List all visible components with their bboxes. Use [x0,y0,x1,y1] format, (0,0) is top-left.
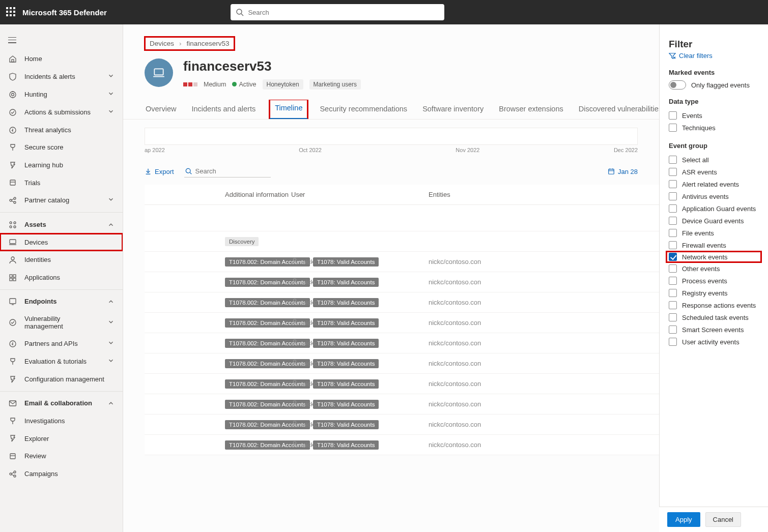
sidebar-item[interactable]: Threat analytics [0,121,123,139]
tab-browser extensions[interactable]: Browser extensions [498,100,564,119]
svg-point-13 [14,197,16,199]
export-button[interactable]: Export [145,168,174,175]
filter-checkbox-row[interactable]: Select all [669,154,759,166]
sidebar-item[interactable]: Learning hub [0,156,123,174]
checkbox[interactable] [669,168,677,176]
timeline-search-input[interactable] [195,167,257,175]
tab-software inventory[interactable]: Software inventory [421,100,485,119]
filter-checkbox-row[interactable]: Registry events [669,287,759,299]
filter-panel: Filter Clear filters Marked events Only … [659,24,768,532]
tab-security recommendations[interactable]: Security recommendations [319,100,408,119]
filter-checkbox-row[interactable]: Response actions events [669,299,759,311]
table-row[interactable]: T1078.002: Domain Accounts T1078: Valid … [145,333,659,353]
tab-timeline[interactable]: Timeline [270,100,307,119]
sidebar-item[interactable]: Hunting [0,85,123,103]
sidebar-item-label: Threat analytics [24,126,71,134]
checkbox[interactable] [669,229,677,237]
timeline-chart[interactable] [145,128,638,145]
sidebar-item[interactable]: Incidents & alerts [0,68,123,85]
table-row[interactable]: T1078.002: Domain Accounts T1078: Valid … [145,415,659,435]
sidebar-section-assets[interactable]: Assets [0,216,123,233]
table-row[interactable]: T1078.002: Domain Accounts T1078: Valid … [145,313,659,333]
sidebar-item[interactable]: Applications [0,269,123,286]
flagged-events-toggle[interactable] [669,80,686,90]
checkbox[interactable] [669,253,677,261]
checkbox[interactable] [669,204,677,213]
filter-checkbox-row[interactable]: Device Guard events [669,215,759,227]
checkbox[interactable] [669,289,677,297]
table-row[interactable]: T1078.002: Domain Accounts T1078: Valid … [145,435,659,455]
svg-point-12 [10,199,12,201]
filter-footer: Apply Cancel [659,507,768,532]
sidebar-item[interactable]: Secure score [0,139,123,157]
filter-checkbox-row[interactable]: Antivirus events [669,190,759,202]
checkbox[interactable] [669,124,677,132]
checkbox[interactable] [669,241,677,249]
cancel-button[interactable]: Cancel [705,512,741,527]
sidebar-item[interactable]: Investigations [0,412,123,430]
checkbox[interactable] [669,217,677,225]
risk-label: Medium [204,81,226,88]
filter-checkbox-row[interactable]: Application Guard events [669,202,759,215]
filter-checkbox-row[interactable]: Events [669,109,759,122]
checkbox[interactable] [669,264,677,273]
table-row[interactable]: T1078.002: Domain Accounts T1078: Valid … [145,353,659,374]
table-row[interactable]: T1078.002: Domain Accounts T1078: Valid … [145,292,659,313]
filter-checkbox-row[interactable]: Techniques [669,122,759,134]
tab-incidents and alerts[interactable]: Incidents and alerts [190,100,257,119]
filter-checkbox-row[interactable]: Alert related events [669,178,759,190]
sidebar-item[interactable]: Devices [0,233,123,251]
sidebar-item[interactable]: Home [0,50,123,68]
checkbox[interactable] [669,111,677,120]
checkbox[interactable] [669,192,677,200]
checkbox[interactable] [669,301,677,309]
app-launcher-button[interactable] [6,7,16,17]
filter-checkbox-row[interactable]: Network events [667,252,761,262]
clear-filters-button[interactable]: Clear filters [669,52,713,60]
sidebar-item[interactable]: Vulnerability management [0,310,123,335]
filter-checkbox-row[interactable]: Firewall events [669,239,759,251]
global-search-input[interactable] [231,4,444,20]
sidebar-section-endpoints[interactable]: Endpoints [0,293,123,311]
tab-overview[interactable]: Overview [145,100,177,119]
sidebar-item[interactable]: Review [0,447,123,465]
sidebar-section-email[interactable]: Email & collaboration [0,395,123,412]
table-row[interactable]: T1078.002: Domain Accounts T1078: Valid … [145,272,659,292]
timeline-month: ap 2022 [145,147,165,153]
timeline-month: Nov 2022 [456,147,479,153]
sidebar-item[interactable]: Actions & submissions [0,103,123,121]
filter-checkbox-row[interactable]: Process events [669,275,759,287]
table-row[interactable]: T1078.002: Domain Accounts T1078: Valid … [145,374,659,394]
table-row[interactable]: Discovery [145,231,659,252]
filter-checkbox-row[interactable]: Other events [669,262,759,275]
sidebar-item[interactable]: Explorer [0,430,123,448]
checkbox[interactable] [669,338,677,346]
filter-checkbox-row[interactable]: Scheduled task events [669,311,759,323]
checkbox[interactable] [669,277,677,285]
checkbox-label: Application Guard events [682,205,756,213]
sidebar-item[interactable]: Campaigns [0,465,123,483]
collapse-sidebar-button[interactable] [8,37,16,43]
sidebar-item[interactable]: Identities [0,251,123,269]
filter-checkbox-row[interactable]: ASR events [669,166,759,178]
filter-checkbox-row[interactable]: File events [669,227,759,239]
filter-checkbox-row[interactable]: Smart Screen events [669,323,759,336]
apply-button[interactable]: Apply [667,512,700,527]
table-row[interactable] [145,205,659,231]
checkbox[interactable] [669,326,677,334]
checkbox[interactable] [669,180,677,188]
breadcrumb-root[interactable]: Devices [150,40,174,47]
table-row[interactable]: T1078.002: Domain Accounts T1078: Valid … [145,394,659,415]
checkbox[interactable] [669,156,677,164]
tab-discovered vulnerabilities[interactable]: Discovered vulnerabilities [578,100,659,119]
sidebar-item[interactable]: Evaluation & tutorials [0,352,123,370]
sidebar-item[interactable]: Partner catalog [0,191,123,209]
svg-point-20 [14,226,16,228]
sidebar-item[interactable]: Trials [0,174,123,192]
checkbox[interactable] [669,313,677,321]
sidebar-item[interactable]: Partners and APIs [0,335,123,352]
date-range-button[interactable]: Jan 28 [608,168,638,175]
table-row[interactable]: T1078.002: Domain Accounts T1078: Valid … [145,252,659,272]
filter-checkbox-row[interactable]: User activity events [669,336,759,348]
sidebar-item[interactable]: Configuration management [0,370,123,388]
